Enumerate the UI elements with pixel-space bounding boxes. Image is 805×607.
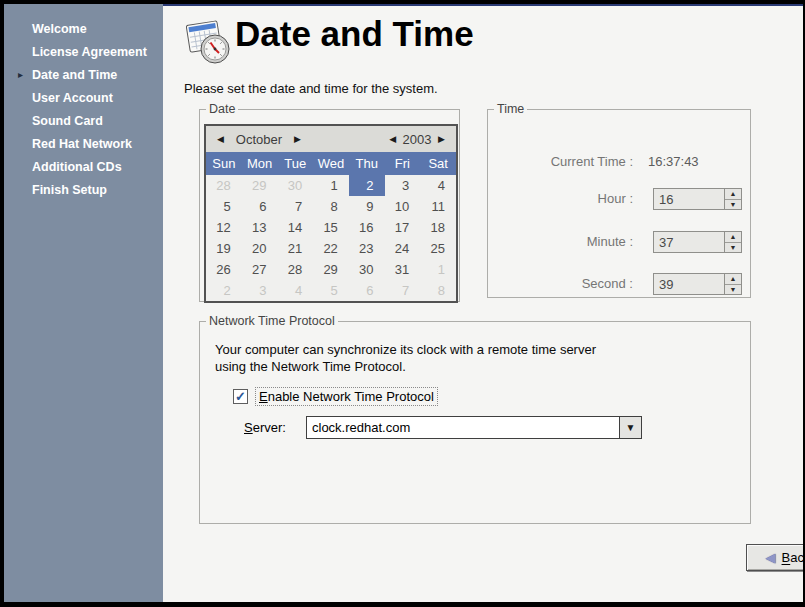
sidebar-item-label: Welcome: [32, 22, 87, 36]
sidebar-item-label: Red Hat Network: [32, 137, 132, 151]
combo-dropdown-icon[interactable]: ▼: [619, 417, 641, 438]
sidebar-item-additional-cds[interactable]: Additional CDs: [4, 155, 163, 178]
calendar-day-cell[interactable]: 7: [385, 280, 421, 301]
sidebar-item-date-and-time[interactable]: ▸Date and Time: [4, 63, 163, 86]
calendar-day-header: Sat: [420, 156, 456, 171]
calendar-day-cell[interactable]: 3: [242, 280, 278, 301]
calendar-day-cell[interactable]: 23: [349, 238, 385, 259]
current-time-row: Current Time : 16:37:43: [488, 151, 750, 173]
calendar-day-cell[interactable]: 4: [277, 280, 313, 301]
calendar-day-cell[interactable]: 28: [206, 175, 242, 196]
calendar-day-cell[interactable]: 6: [349, 280, 385, 301]
second-input[interactable]: [654, 274, 724, 294]
calendar-day-cell[interactable]: 24: [385, 238, 421, 259]
active-item-arrow-icon: ▸: [18, 69, 32, 80]
calendar-day-cell[interactable]: 8: [420, 280, 456, 301]
next-month-icon[interactable]: ▶: [290, 134, 305, 144]
calendar-day-cell[interactable]: 29: [242, 175, 278, 196]
calendar-day-header: Fri: [385, 156, 421, 171]
ntp-description-line1: Your computer can synchronize its clock …: [215, 342, 596, 357]
calendar-day-cell[interactable]: 5: [206, 196, 242, 217]
sidebar-item-label: License Agreement: [32, 45, 147, 59]
page-subtitle: Please set the date and time for the sys…: [184, 81, 438, 96]
sidebar-item-label: User Account: [32, 91, 113, 105]
second-spinner: ▲ ▼: [653, 273, 742, 295]
calendar-day-cell[interactable]: 19: [206, 238, 242, 259]
enable-ntp-label[interactable]: Enable Network Time Protocol: [255, 387, 438, 406]
calendar-day-header: Tue: [277, 156, 313, 171]
minute-input[interactable]: [654, 232, 724, 252]
sidebar-item-sound-card[interactable]: Sound Card: [4, 109, 163, 132]
second-spin-up-icon[interactable]: ▲: [725, 274, 741, 285]
calendar-day-cell[interactable]: 11: [420, 196, 456, 217]
time-group: Time Current Time : 16:37:43 Hour : ▲ ▼: [487, 102, 751, 298]
calendar-day-cell[interactable]: 5: [313, 280, 349, 301]
calendar-day-cell[interactable]: 3: [385, 175, 421, 196]
setup-wizard-window: WelcomeLicense Agreement▸Date and TimeUs…: [0, 0, 805, 607]
calendar-day-cell-selected[interactable]: 2: [349, 175, 385, 196]
calendar-day-cell[interactable]: 21: [277, 238, 313, 259]
calendar-grid: 2829301234567891011121314151617181920212…: [206, 175, 456, 301]
calendar-day-cell[interactable]: 27: [242, 259, 278, 280]
calendar-day-cell[interactable]: 1: [420, 259, 456, 280]
minute-row: Minute : ▲ ▼: [488, 231, 750, 253]
calendar-day-cell[interactable]: 13: [242, 217, 278, 238]
back-button[interactable]: ◀ Back: [746, 544, 803, 571]
date-group: Date ◀ October ▶ ◀ 2003 ▶ SunMonTueWedTh…: [199, 102, 460, 302]
second-spin-down-icon[interactable]: ▼: [725, 285, 741, 295]
minute-label: Minute :: [488, 231, 633, 253]
next-year-icon[interactable]: ▶: [434, 134, 449, 144]
calendar-day-cell[interactable]: 2: [206, 280, 242, 301]
calendar-day-header: Sun: [206, 156, 242, 171]
calendar-day-cell[interactable]: 1: [313, 175, 349, 196]
calendar-month-label: October: [228, 132, 290, 147]
enable-ntp-row: ✓ Enable Network Time Protocol: [233, 386, 438, 406]
calendar-day-cell[interactable]: 29: [313, 259, 349, 280]
calendar-day-cell[interactable]: 18: [420, 217, 456, 238]
minute-spin-down-icon[interactable]: ▼: [725, 243, 741, 253]
calendar-day-header: Thu: [349, 156, 385, 171]
hour-input[interactable]: [654, 189, 724, 209]
calendar-day-cell[interactable]: 12: [206, 217, 242, 238]
calendar-day-cell[interactable]: 9: [349, 196, 385, 217]
calendar-day-cell[interactable]: 14: [277, 217, 313, 238]
sidebar-item-welcome[interactable]: Welcome: [4, 17, 163, 40]
calendar-day-cell[interactable]: 4: [420, 175, 456, 196]
calendar-day-cell[interactable]: 8: [313, 196, 349, 217]
calendar-day-cell[interactable]: 6: [242, 196, 278, 217]
calendar-day-cell[interactable]: 28: [277, 259, 313, 280]
time-group-label: Time: [494, 102, 527, 116]
current-time-label: Current Time :: [488, 151, 633, 173]
calendar-day-cell[interactable]: 31: [385, 259, 421, 280]
hour-spin-down-icon[interactable]: ▼: [725, 200, 741, 210]
sidebar-item-finish-setup[interactable]: Finish Setup: [4, 178, 163, 201]
minute-spin-up-icon[interactable]: ▲: [725, 232, 741, 243]
calendar-day-cell[interactable]: 30: [277, 175, 313, 196]
prev-month-icon[interactable]: ◀: [213, 134, 228, 144]
calendar: ◀ October ▶ ◀ 2003 ▶ SunMonTueWedThuFriS…: [204, 124, 458, 303]
enable-ntp-checkbox[interactable]: ✓: [233, 389, 248, 404]
calendar-day-cell[interactable]: 22: [313, 238, 349, 259]
prev-year-icon[interactable]: ◀: [385, 134, 400, 144]
calendar-day-header: Mon: [242, 156, 278, 171]
calendar-day-cell[interactable]: 16: [349, 217, 385, 238]
ntp-description-line2: using the Network Time Protocol.: [215, 359, 406, 374]
sidebar-item-red-hat-network[interactable]: Red Hat Network: [4, 132, 163, 155]
calendar-day-headers: SunMonTueWedThuFriSat: [206, 152, 456, 175]
calendar-day-header: Wed: [313, 156, 349, 171]
sidebar-item-user-account[interactable]: User Account: [4, 86, 163, 109]
calendar-day-cell[interactable]: 15: [313, 217, 349, 238]
date-group-label: Date: [206, 102, 238, 116]
calendar-day-cell[interactable]: 25: [420, 238, 456, 259]
calendar-day-cell[interactable]: 10: [385, 196, 421, 217]
calendar-day-cell[interactable]: 26: [206, 259, 242, 280]
hour-spin-up-icon[interactable]: ▲: [725, 189, 741, 200]
calendar-day-cell[interactable]: 20: [242, 238, 278, 259]
server-input[interactable]: [307, 417, 619, 438]
calendar-day-cell[interactable]: 17: [385, 217, 421, 238]
window-body: WelcomeLicense Agreement▸Date and TimeUs…: [4, 4, 803, 602]
calendar-day-cell[interactable]: 7: [277, 196, 313, 217]
back-arrow-icon: ◀: [766, 551, 776, 564]
sidebar-item-license-agreement[interactable]: License Agreement: [4, 40, 163, 63]
calendar-day-cell[interactable]: 30: [349, 259, 385, 280]
